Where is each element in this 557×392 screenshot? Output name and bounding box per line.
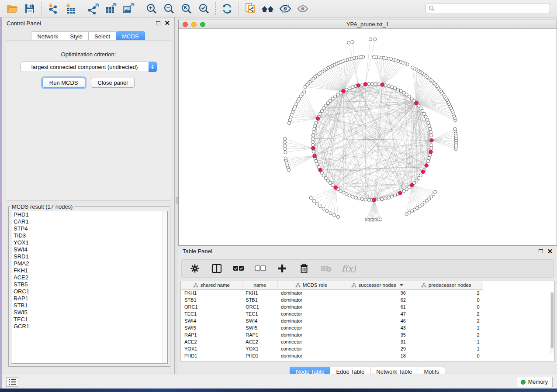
hub-node[interactable]	[429, 150, 433, 154]
ring-node[interactable]	[377, 198, 381, 201]
delete-table-button[interactable]	[320, 262, 332, 275]
mcds-result-item[interactable]: ACE2	[11, 274, 167, 281]
table-cell[interactable]: PHD1	[242, 352, 277, 359]
save-session-button[interactable]	[21, 1, 38, 16]
ring-node[interactable]	[315, 159, 318, 162]
table-cell[interactable]: YOX1	[181, 345, 242, 352]
table-cell[interactable]: 46	[345, 317, 409, 324]
table-cell[interactable]: FKH1	[181, 289, 242, 296]
function-builder-button[interactable]: f(x)	[342, 264, 356, 273]
ring-node[interactable]	[315, 121, 318, 124]
search-input[interactable]	[426, 3, 550, 14]
ring-node[interactable]	[312, 150, 315, 153]
leaf-node[interactable]	[284, 151, 287, 154]
ring-node[interactable]	[402, 189, 405, 193]
ring-node[interactable]	[311, 137, 315, 140]
mcds-result-item[interactable]: PHD1	[11, 211, 167, 218]
mcds-result-item[interactable]: FKH1	[11, 267, 167, 274]
table-cell[interactable]: 29	[345, 345, 409, 352]
table-cell[interactable]: 1	[409, 324, 483, 331]
splitter-grip[interactable]	[176, 197, 178, 204]
column-header-successor-nodes[interactable]: successor nodes	[345, 281, 409, 289]
table-cell[interactable]: ORC1	[242, 303, 277, 310]
ring-node[interactable]	[311, 140, 314, 143]
leaf-node[interactable]	[434, 190, 437, 193]
mcds-result-item[interactable]: TID3	[11, 232, 167, 239]
close-table-panel-icon[interactable]: ✕	[547, 249, 553, 254]
mcds-result-item[interactable]: PMA2	[11, 260, 167, 267]
table-options-button[interactable]	[189, 262, 201, 275]
ring-node[interactable]	[377, 83, 381, 86]
hub-node[interactable]	[410, 183, 414, 187]
leaf-node[interactable]	[309, 196, 312, 199]
table-cell[interactable]: 2	[409, 289, 483, 296]
column-header-shared-name[interactable]: shared name	[181, 281, 242, 289]
leaf-node[interactable]	[336, 215, 339, 218]
run-mcds-button[interactable]: Run MCDS	[42, 78, 85, 88]
table-scrollbar-track[interactable]	[550, 292, 554, 353]
ring-node[interactable]	[387, 85, 390, 88]
hub-node[interactable]	[342, 89, 346, 93]
leaf-node[interactable]	[304, 85, 307, 88]
mcds-result-item[interactable]: GCR1	[11, 323, 167, 330]
mcds-result-item[interactable]: STB1	[11, 302, 167, 309]
leaf-node[interactable]	[325, 210, 329, 213]
table-cell[interactable]: 61	[345, 303, 409, 310]
network-graph[interactable]	[179, 29, 557, 245]
mcds-result-item[interactable]: SRD1	[11, 253, 167, 260]
ring-node[interactable]	[396, 88, 399, 91]
leaf-node[interactable]	[347, 41, 350, 44]
table-cell[interactable]: SWI5	[181, 324, 242, 331]
ring-node[interactable]	[428, 156, 431, 159]
leaf-node[interactable]	[411, 66, 414, 69]
table-cell[interactable]: 1	[409, 338, 483, 345]
ring-node[interactable]	[354, 196, 357, 199]
table-cell[interactable]: 1	[409, 345, 483, 352]
ring-node[interactable]	[427, 159, 430, 162]
ring-node[interactable]	[429, 127, 432, 131]
zoom-in-button[interactable]	[143, 1, 160, 16]
zoom-selected-button[interactable]	[195, 1, 213, 16]
leaf-node[interactable]	[374, 38, 377, 41]
table-cell[interactable]: TEC1	[181, 310, 242, 317]
float-panel-icon[interactable]	[156, 21, 160, 25]
deselect-all-rows-button[interactable]	[254, 262, 266, 275]
table-cell[interactable]: ORC1	[181, 303, 242, 310]
hub-node[interactable]	[398, 191, 402, 195]
table-cell[interactable]: 0	[409, 303, 483, 310]
ring-node[interactable]	[399, 89, 402, 93]
float-table-panel-icon[interactable]	[539, 249, 543, 253]
leaf-node[interactable]	[287, 168, 290, 172]
ring-node[interactable]	[430, 147, 433, 150]
ring-node[interactable]	[342, 191, 345, 194]
ring-node[interactable]	[390, 195, 393, 198]
table-row[interactable]: FKH1FKH1dominator962	[181, 289, 483, 296]
import-table-button[interactable]	[62, 1, 79, 16]
table-cell[interactable]: STB1	[181, 296, 242, 303]
mcds-result-item[interactable]: STP4	[11, 225, 167, 232]
leaf-node[interactable]	[322, 207, 325, 210]
ring-node[interactable]	[320, 110, 323, 113]
ring-node[interactable]	[430, 144, 433, 147]
ring-node[interactable]	[429, 131, 432, 134]
ring-node[interactable]	[428, 124, 431, 127]
select-all-rows-button[interactable]	[232, 262, 245, 275]
leaf-node[interactable]	[351, 40, 354, 43]
show-all-button[interactable]	[294, 1, 311, 16]
clone-network-button[interactable]	[242, 1, 259, 16]
table-cell[interactable]: dominator	[277, 352, 345, 359]
table-cell[interactable]: SWI4	[181, 317, 242, 324]
leaf-node[interactable]	[372, 55, 375, 58]
leaf-node[interactable]	[284, 148, 287, 151]
import-network-button[interactable]	[44, 1, 62, 16]
ring-node[interactable]	[331, 184, 334, 187]
leaf-node[interactable]	[312, 199, 315, 202]
mcds-result-item[interactable]: RAP1	[11, 295, 167, 302]
table-cell[interactable]: dominator	[277, 289, 345, 296]
show-column-panel-button[interactable]	[211, 262, 223, 275]
table-row[interactable]: RAP1RAP1dominator352	[181, 331, 483, 338]
table-cell[interactable]: SWI5	[242, 324, 277, 331]
hide-selected-button[interactable]	[277, 1, 294, 16]
table-cell[interactable]: 2	[409, 310, 483, 317]
ring-node[interactable]	[430, 134, 433, 137]
